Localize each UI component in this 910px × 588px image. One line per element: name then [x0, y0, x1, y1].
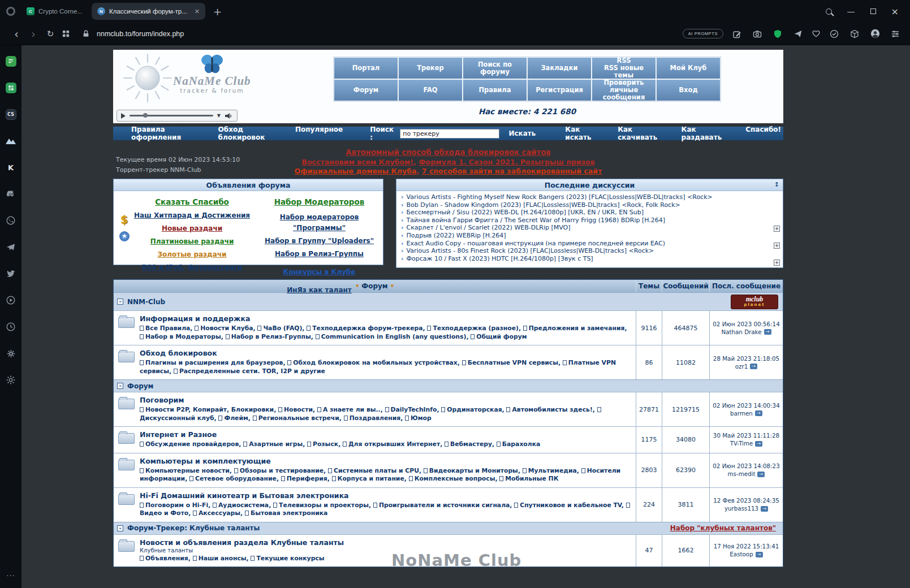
topbar-link[interactable]: Как скачивать: [618, 126, 664, 141]
subforum-link[interactable]: Розыск: [313, 440, 338, 448]
subforum-link[interactable]: Техподдержка (разное): [433, 325, 519, 332]
subforum-link[interactable]: Все Правила: [145, 325, 190, 332]
subforum-link[interactable]: Обсуждение провайдеров: [145, 440, 239, 448]
tab-crypto-corner[interactable]: C Crypto Corne...: [21, 3, 88, 20]
discussion-topic-link[interactable]: Various Artists - Fighting Myself New Ro…: [407, 193, 713, 201]
subforum-link[interactable]: Предложения и замечания: [529, 325, 625, 332]
subforum-link[interactable]: Бесплатные VPN сервисы: [468, 359, 558, 366]
forward-icon[interactable]: ›: [25, 28, 42, 40]
discussion-topic-link[interactable]: Подрыв (2022) WEBRip [H.264]: [407, 232, 506, 239]
subforum-link[interactable]: Ординаторская: [447, 406, 502, 413]
category-link[interactable]: Форум-Трекер: Клубные таланты: [127, 524, 260, 532]
forum-title-link[interactable]: Обход блокировок: [140, 349, 633, 357]
subforum-link[interactable]: Плагины и расширения для браузеров: [145, 359, 283, 366]
discussion-topic-link[interactable]: Тайная война Гарри Фригга / The Secret W…: [407, 217, 666, 224]
new-tab-button[interactable]: +: [213, 6, 222, 18]
crypto-icon[interactable]: [5, 82, 16, 93]
subforum-link[interactable]: Обзоры и тестирование: [240, 467, 324, 474]
last-post-user-link[interactable]: Eastoop: [730, 551, 753, 558]
nav-button[interactable]: Регистрация: [527, 79, 592, 101]
latest-post-icon[interactable]: →: [756, 552, 763, 557]
subforum-link[interactable]: Системные платы и CPU: [334, 467, 419, 474]
subforum-link[interactable]: Проигрыватели и источники сигнала: [379, 501, 510, 509]
settings-sliders-icon[interactable]: [889, 27, 902, 41]
minimize-button[interactable]: —: [847, 7, 855, 16]
discussion-topic-link[interactable]: Bob Dylan - Shadow Kingdom (2023) [FLAC|…: [407, 201, 680, 209]
address-url[interactable]: nnmclub.to/forum/index.php: [97, 30, 184, 38]
adblock-check-icon[interactable]: [827, 27, 841, 41]
subforum-link[interactable]: Набор в Релиз-Группы: [231, 333, 311, 340]
announce-box-link[interactable]: Набор модераторов "Программы": [280, 213, 359, 232]
planet-logo[interactable]: mclubplanet: [731, 295, 778, 309]
address-bar[interactable]: nnmclub.to/forum/index.php: [79, 27, 184, 41]
subforum-link[interactable]: Техподдержка форум-трекера: [312, 325, 422, 332]
announcement-link[interactable]: Формула 1. Сезон 2021. Розыгрыш призов: [419, 158, 595, 166]
subforum-link[interactable]: Новости Клуба: [200, 325, 253, 332]
subforum-link[interactable]: Юмор: [411, 414, 432, 422]
play-icon[interactable]: [5, 295, 16, 306]
search-icon[interactable]: [826, 8, 832, 15]
subforum-link[interactable]: Барахолка: [502, 440, 540, 448]
latest-post-icon[interactable]: →: [761, 506, 768, 512]
announce-box-link[interactable]: RSS и IPv6: [142, 263, 183, 271]
maximize-button[interactable]: [870, 8, 876, 14]
lock-icon[interactable]: [79, 27, 93, 41]
subforum-link[interactable]: Компьютерные новости: [145, 467, 230, 474]
chart-icon[interactable]: [5, 135, 16, 146]
radio-player[interactable]: ▼: [117, 110, 238, 122]
topbar-link[interactable]: Как раздавать: [682, 126, 729, 141]
collapse-icon[interactable]: -: [117, 299, 123, 305]
subforum-link[interactable]: Для открывших Интернет: [348, 440, 440, 448]
vpn-shield-icon[interactable]: [771, 27, 784, 41]
subforum-link[interactable]: Видеокарты и Мониторы: [429, 467, 518, 474]
close-button[interactable]: ×: [891, 6, 899, 17]
subforum-link[interactable]: Текущие конкурсы: [256, 555, 324, 562]
last-post-user-link[interactable]: barmen: [730, 410, 753, 417]
subforum-link[interactable]: Азартные игры: [249, 440, 303, 448]
subforum-link[interactable]: Объявления: [145, 555, 188, 562]
discussion-topic-link[interactable]: Exact Audio Copy - пошаговая инструкция …: [407, 240, 666, 247]
subforum-link[interactable]: Дискуссионный клуб: [140, 414, 214, 422]
nav-button[interactable]: Правила: [463, 79, 527, 101]
cs-icon[interactable]: CS: [5, 109, 16, 120]
topbar-link[interactable]: Как искать: [565, 126, 601, 141]
nav-button[interactable]: Форум: [334, 79, 398, 101]
subforum-link[interactable]: Периферия: [287, 475, 327, 482]
collapse-icon[interactable]: -: [117, 383, 123, 389]
last-post-user-link[interactable]: ms-medit: [728, 470, 756, 478]
subforum-link[interactable]: Новости: [284, 406, 313, 413]
forum-title-link[interactable]: Интернет и Разное: [140, 430, 540, 439]
subforum-link[interactable]: Новости P2P, Копирайт, Блокировки: [145, 406, 274, 413]
profile-avatar[interactable]: [868, 27, 882, 41]
discussion-topic-link[interactable]: Скарлет / L'envol / Scarlet (2022) WEB-D…: [407, 224, 571, 231]
announce-box-link[interactable]: Конкурсы в Клубе: [283, 268, 356, 276]
nav-button[interactable]: Вход: [656, 79, 721, 101]
site-logo[interactable]: NaNaMe Club tracker & forum: [115, 51, 251, 105]
play-button-icon[interactable]: [121, 113, 126, 119]
discussion-topic-link[interactable]: Various Artists - 80s Finest Rock (2023)…: [407, 247, 654, 254]
twitter-icon[interactable]: [5, 268, 16, 279]
nav-button[interactable]: FAQ: [398, 79, 463, 101]
back-icon[interactable]: ‹: [8, 28, 25, 40]
forum-title-link[interactable]: Поговорим: [140, 396, 633, 404]
player-thumb[interactable]: [143, 113, 148, 118]
subforum-link[interactable]: А знаете ли вы..: [323, 406, 381, 413]
subforum-link[interactable]: Мультимедиа: [528, 467, 577, 474]
settings-icon[interactable]: [5, 374, 16, 386]
nav-button[interactable]: Трекер: [398, 57, 463, 79]
category-link[interactable]: NNM-Club: [127, 298, 165, 306]
subforum-link[interactable]: Флейм: [224, 414, 248, 422]
nav-button[interactable]: Закладки: [527, 57, 592, 79]
announcement-link[interactable]: Восстановим всем Клубом!: [301, 158, 413, 166]
latest-post-icon[interactable]: →: [755, 410, 762, 416]
announce-box-link[interactable]: Новые раздачи: [162, 224, 222, 232]
edit-icon[interactable]: [730, 27, 744, 41]
tracker-search-input[interactable]: [400, 129, 499, 139]
close-tab-icon[interactable]: ✕: [195, 8, 200, 15]
subforum-link[interactable]: Набор в Модераторы: [145, 333, 221, 340]
forum-title-link[interactable]: Новости и объявления раздела Клубные тал…: [140, 538, 344, 547]
announcement-link[interactable]: Официальные домены Клуба: [295, 167, 417, 175]
last-post-user-link[interactable]: TV-Time: [730, 440, 753, 447]
discussion-topic-link[interactable]: Форсаж 10 / Fast X (2023) HDTC [H.264/10…: [407, 255, 593, 262]
subforum-link[interactable]: Видео и Фото: [140, 509, 188, 517]
